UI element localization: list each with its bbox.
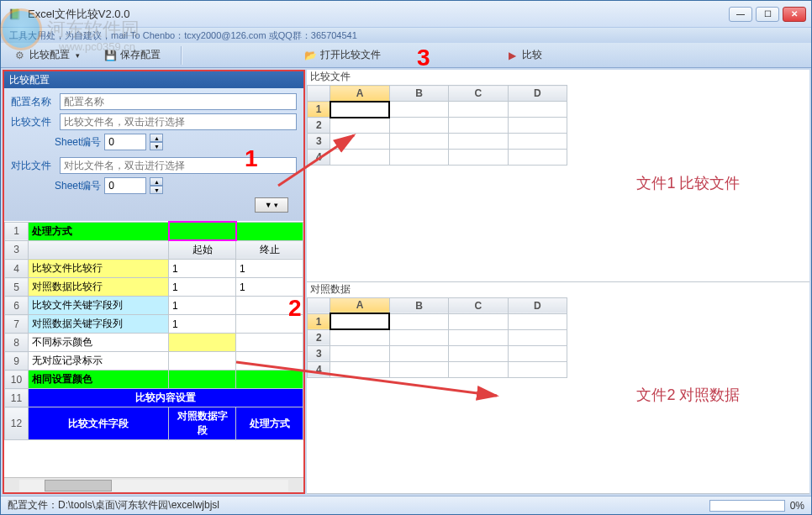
row-header[interactable]: 1 [308, 313, 330, 329]
grid-cell[interactable] [236, 352, 303, 370]
row-header[interactable]: 2 [308, 118, 330, 134]
col-start-header[interactable]: 起始 [169, 240, 236, 260]
config-grid[interactable]: 1 处理方式 3 起始 终止 4比较文件比较行11 5对照数据比较行11 6比较… [4, 221, 303, 477]
col-header[interactable]: D [508, 86, 567, 102]
grid-cell[interactable] [330, 134, 389, 150]
sheet-spinner-1[interactable]: ▲ ▼ [150, 134, 163, 150]
grid-cell[interactable]: 比较文件比较行 [29, 260, 169, 278]
grid-cell[interactable] [389, 118, 448, 134]
grid-cell[interactable] [236, 334, 303, 352]
contrast-data-grid[interactable]: ABCD 1 2 3 4 [307, 297, 567, 494]
grid-cell[interactable] [449, 102, 508, 118]
row-header[interactable]: 2 [308, 329, 330, 345]
compare-file-input[interactable] [60, 113, 297, 130]
row-header[interactable]: 12 [5, 407, 29, 440]
grid-cell[interactable]: 对照数据字段 [169, 407, 236, 440]
config-name-input[interactable] [60, 93, 297, 110]
grid-cell[interactable]: 对照数据比较行 [29, 278, 169, 297]
grid-cell[interactable] [449, 134, 508, 150]
grid-cell[interactable] [389, 361, 448, 377]
grid-cell[interactable] [389, 345, 448, 361]
grid-cell[interactable] [169, 370, 236, 389]
grid-cell[interactable]: 相同设置颜色 [29, 370, 169, 389]
row-header[interactable]: 10 [5, 370, 29, 389]
row-header[interactable]: 3 [308, 345, 330, 361]
compare-file-grid[interactable]: ABCD 1 2 3 4 [307, 85, 567, 281]
grid-cell[interactable] [389, 102, 448, 118]
grid-cell[interactable] [449, 118, 508, 134]
grid-cell[interactable] [449, 361, 508, 377]
grid-cell[interactable] [389, 150, 448, 166]
grid-cell[interactable] [330, 329, 389, 345]
grid-cell[interactable] [389, 313, 448, 329]
grid-cell[interactable] [389, 134, 448, 150]
col-header[interactable]: C [449, 86, 508, 102]
col-end-header[interactable]: 终止 [236, 240, 303, 260]
row-header[interactable]: 4 [308, 361, 330, 377]
grid-cell[interactable] [449, 345, 508, 361]
minimize-button[interactable]: — [729, 7, 752, 22]
process-mode-cell[interactable]: 处理方式 [29, 222, 169, 240]
grid-cell[interactable] [330, 313, 389, 329]
grid-cell[interactable] [508, 361, 567, 377]
grid-cell[interactable] [169, 334, 236, 352]
grid-cell[interactable] [508, 345, 567, 361]
expand-button[interactable]: ▼ ▾ [255, 197, 288, 213]
compare-config-button[interactable]: ⚙ 比较配置 [9, 46, 83, 64]
grid-cell[interactable] [508, 118, 567, 134]
spinner-down-icon[interactable]: ▼ [150, 142, 163, 150]
row-header[interactable]: 4 [308, 150, 330, 166]
row-header[interactable]: 5 [5, 278, 29, 297]
grid-cell[interactable] [330, 361, 389, 377]
sheet-spinner-2[interactable]: ▲ ▼ [150, 177, 163, 194]
grid-cell[interactable]: 1 [236, 278, 303, 297]
grid-cell[interactable] [449, 150, 508, 166]
grid-cell[interactable] [236, 315, 303, 334]
grid-corner[interactable] [308, 297, 330, 313]
grid-cell[interactable] [236, 370, 303, 389]
grid-cell[interactable] [29, 240, 169, 260]
row-header[interactable]: 3 [5, 240, 29, 260]
row-header[interactable]: 6 [5, 297, 29, 315]
scrollbar-thumb[interactable] [45, 480, 112, 491]
row-header[interactable]: 1 [5, 222, 29, 240]
open-compare-file-button[interactable]: 📂 打开比较文件 [300, 46, 384, 64]
grid-cell[interactable] [236, 297, 303, 315]
spinner-down-icon[interactable]: ▼ [150, 186, 163, 194]
row-header[interactable]: 4 [5, 260, 29, 278]
selected-cell[interactable] [169, 222, 236, 240]
grid-cell[interactable]: 1 [169, 315, 236, 334]
grid-cell[interactable] [330, 345, 389, 361]
grid-cell[interactable]: 1 [169, 278, 236, 297]
grid-cell[interactable] [389, 329, 448, 345]
horizontal-scrollbar[interactable] [4, 477, 303, 492]
grid-cell[interactable] [508, 102, 567, 118]
grid-cell[interactable]: 比较文件字段 [29, 407, 169, 440]
grid-cell[interactable] [330, 118, 389, 134]
grid-cell[interactable]: 1 [236, 260, 303, 278]
sheet-no-input-2[interactable] [104, 177, 146, 194]
row-header[interactable]: 1 [308, 102, 330, 118]
row-header[interactable]: 7 [5, 315, 29, 334]
close-button[interactable]: ✕ [783, 7, 806, 22]
spinner-up-icon[interactable]: ▲ [150, 134, 163, 142]
row-header[interactable]: 11 [5, 389, 29, 407]
row-header[interactable]: 9 [5, 352, 29, 370]
grid-cell[interactable] [330, 102, 389, 118]
maximize-button[interactable]: ☐ [756, 7, 779, 22]
grid-cell[interactable] [508, 329, 567, 345]
contrast-file-input[interactable] [60, 157, 297, 174]
grid-cell[interactable]: 处理方式 [236, 407, 303, 440]
grid-cell[interactable]: 1 [169, 297, 236, 315]
grid-cell[interactable] [449, 313, 508, 329]
col-header[interactable]: A [330, 86, 389, 102]
sheet-no-input-1[interactable] [104, 134, 146, 150]
col-header[interactable]: D [508, 297, 567, 313]
grid-cell[interactable] [236, 222, 303, 240]
spinner-up-icon[interactable]: ▲ [150, 177, 163, 186]
col-header[interactable]: B [389, 297, 448, 313]
col-header[interactable]: C [449, 297, 508, 313]
grid-cell[interactable] [330, 150, 389, 166]
grid-cell[interactable]: 比较文件关键字段列 [29, 297, 169, 315]
grid-cell[interactable] [508, 313, 567, 329]
